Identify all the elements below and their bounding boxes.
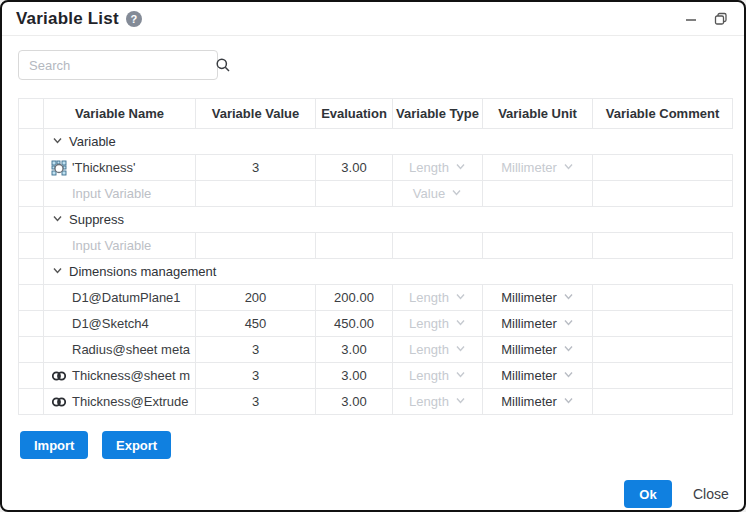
table-row[interactable]: 'Thickness' 3 3.00 Length Millimeter	[19, 155, 733, 181]
variable-comment-cell[interactable]	[593, 285, 733, 311]
header-variable-unit: Variable Unit	[483, 99, 593, 129]
row-handle	[19, 155, 44, 181]
table-row[interactable]: Thickness@Extrude 3 3.00 Length Millimet…	[19, 389, 733, 415]
variable-unit-dropdown[interactable]: Millimeter	[483, 394, 592, 409]
evaluation-cell: 3.00	[316, 155, 393, 181]
table-row[interactable]: Input Variable Value	[19, 181, 733, 207]
help-icon[interactable]: ?	[126, 11, 142, 27]
group-row-dimensions-management[interactable]: Dimensions management	[19, 259, 733, 285]
header-variable-name: Variable Name	[44, 99, 196, 129]
variable-type-dropdown: Length	[393, 342, 482, 357]
evaluation-cell: 200.00	[316, 285, 393, 311]
variable-list-dialog: Variable List ?	[0, 0, 746, 512]
variable-comment-cell[interactable]	[593, 389, 733, 415]
variable-value-cell[interactable]: 3	[196, 337, 316, 363]
group-row-variable[interactable]: Variable	[19, 129, 733, 155]
chevron-down-icon	[455, 368, 466, 383]
row-handle	[19, 181, 44, 207]
table-row[interactable]: Input Variable	[19, 233, 733, 259]
variable-table: Variable Name Variable Value Evaluation …	[18, 98, 732, 415]
header-evaluation: Evaluation	[316, 99, 393, 129]
chevron-down-icon[interactable]	[52, 134, 63, 149]
import-button[interactable]: Import	[20, 431, 88, 459]
input-variable-placeholder[interactable]: Input Variable	[72, 186, 151, 201]
table-row[interactable]: D1@Sketch4 450 450.00 Length Millimeter	[19, 311, 733, 337]
variable-type-cell	[393, 233, 483, 259]
export-button[interactable]: Export	[102, 431, 171, 459]
link-icon	[50, 368, 68, 384]
variable-comment-cell[interactable]	[593, 233, 733, 259]
chevron-down-icon[interactable]	[52, 212, 63, 227]
variable-unit-dropdown[interactable]: Millimeter	[483, 368, 592, 383]
evaluation-cell	[316, 233, 393, 259]
header-variable-value: Variable Value	[196, 99, 316, 129]
row-handle	[19, 285, 44, 311]
variable-type-dropdown: Length	[393, 368, 482, 383]
evaluation-cell: 3.00	[316, 389, 393, 415]
variable-value-cell[interactable]: 3	[196, 363, 316, 389]
chevron-down-icon	[455, 316, 466, 331]
variable-unit-cell	[483, 181, 593, 207]
variable-value-cell[interactable]: 3	[196, 389, 316, 415]
minimize-icon[interactable]	[682, 10, 700, 28]
group-row-suppress[interactable]: Suppress	[19, 207, 733, 233]
variable-name: 'Thickness'	[72, 160, 135, 175]
group-label: Dimensions management	[69, 264, 216, 279]
evaluation-cell: 3.00	[316, 337, 393, 363]
variable-name: D1@DatumPlane1	[72, 290, 181, 305]
row-handle	[19, 233, 44, 259]
dialog-title: Variable List	[16, 9, 119, 29]
variable-value-cell[interactable]: 200	[196, 285, 316, 311]
variable-unit-dropdown[interactable]: Millimeter	[483, 342, 592, 357]
evaluation-cell: 450.00	[316, 311, 393, 337]
header-row: Variable Name Variable Value Evaluation …	[19, 99, 733, 129]
variable-type-dropdown: Length	[393, 160, 482, 175]
variable-unit-dropdown[interactable]: Millimeter	[483, 290, 592, 305]
table-row[interactable]: Thickness@sheet m 3 3.00 Length Millimet…	[19, 363, 733, 389]
search-icon[interactable]	[215, 57, 231, 73]
variable-type-dropdown: Length	[393, 316, 482, 331]
close-button[interactable]: Close	[685, 480, 737, 508]
search-input[interactable]	[19, 51, 215, 79]
chevron-down-icon	[455, 160, 466, 175]
variable-value-cell[interactable]: 450	[196, 311, 316, 337]
link-icon	[50, 394, 68, 410]
variable-name: Thickness@sheet m	[72, 368, 190, 383]
row-handle	[19, 259, 44, 285]
ok-button[interactable]: Ok	[624, 480, 672, 508]
header-variable-comment: Variable Comment	[593, 99, 733, 129]
chevron-down-icon	[563, 368, 574, 383]
variable-comment-cell[interactable]	[593, 337, 733, 363]
restore-icon[interactable]	[712, 10, 730, 28]
table-row[interactable]: Radius@sheet meta 3 3.00 Length Millimet…	[19, 337, 733, 363]
chevron-down-icon	[451, 186, 462, 201]
variable-unit-cell	[483, 233, 593, 259]
variable-comment-cell[interactable]	[593, 181, 733, 207]
variable-value-cell[interactable]	[196, 233, 316, 259]
variable-unit-dropdown[interactable]: Millimeter	[483, 316, 592, 331]
variable-comment-cell[interactable]	[593, 363, 733, 389]
variable-name: Thickness@Extrude	[72, 394, 189, 409]
input-variable-placeholder[interactable]: Input Variable	[72, 238, 151, 253]
group-label: Variable	[69, 134, 116, 149]
chevron-down-icon[interactable]	[52, 264, 63, 279]
row-handle	[19, 337, 44, 363]
row-handle	[19, 363, 44, 389]
variable-unit-dropdown: Millimeter	[483, 160, 592, 175]
chevron-down-icon	[563, 342, 574, 357]
evaluation-cell	[316, 181, 393, 207]
variable-value-cell[interactable]: 3	[196, 155, 316, 181]
variable-comment-cell[interactable]	[593, 311, 733, 337]
table-row[interactable]: D1@DatumPlane1 200 200.00 Length Millime…	[19, 285, 733, 311]
chevron-down-icon	[455, 342, 466, 357]
variable-type-dropdown: Length	[393, 394, 482, 409]
chevron-down-icon	[563, 160, 574, 175]
header-handle	[19, 99, 44, 129]
row-handle	[19, 311, 44, 337]
variable-comment-cell[interactable]	[593, 155, 733, 181]
search-box	[18, 50, 218, 80]
group-label: Suppress	[69, 212, 124, 227]
chevron-down-icon	[455, 394, 466, 409]
variable-value-cell[interactable]	[196, 181, 316, 207]
variable-icon	[50, 160, 68, 176]
